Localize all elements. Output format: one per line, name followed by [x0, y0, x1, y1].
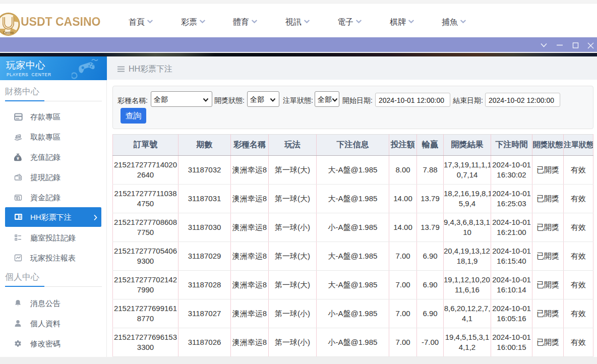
svg-text:Casino: Casino — [3, 31, 14, 34]
svg-text:¥: ¥ — [17, 156, 19, 161]
